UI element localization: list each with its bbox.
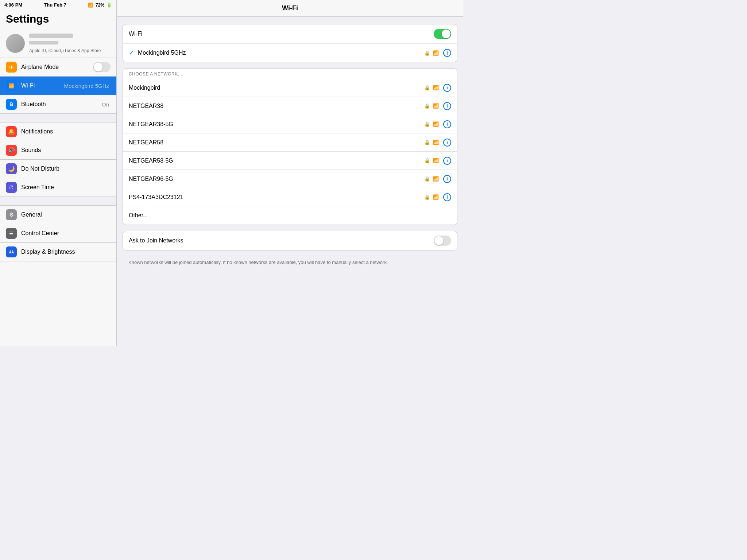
- settings-title: Settings: [0, 10, 116, 29]
- ask-to-join-label: Ask to Join Networks: [129, 237, 434, 244]
- wifi-main-toggle[interactable]: [434, 29, 451, 39]
- network-row-netgear38[interactable]: NETGEAR38 🔒 📶 i: [123, 97, 457, 115]
- sidebar-item-bluetooth[interactable]: B Bluetooth On: [0, 95, 116, 114]
- sidebar-group-1: ✈ Airplane Mode 📶 Wi-Fi Mockingbird 5GHz…: [0, 58, 116, 114]
- wifi-status-icon: 📶: [88, 3, 93, 8]
- connected-network-label: Mockingbird 5GHz: [138, 50, 423, 56]
- airplane-mode-toggle[interactable]: [93, 62, 111, 72]
- netgear96-5g-icons: 🔒 📶 i: [423, 175, 451, 183]
- sidebar: 4:06 PM Thu Feb 7 📶 72% 🔋 Settings Apple…: [0, 0, 117, 346]
- sidebar-item-airplane-mode[interactable]: ✈ Airplane Mode: [0, 58, 116, 77]
- lock-icon-connected: 🔒: [424, 50, 430, 56]
- avatar: [6, 34, 25, 53]
- network-name-netgear38: NETGEAR38: [129, 103, 423, 109]
- info-button-3[interactable]: i: [443, 139, 451, 147]
- sidebar-group-2: 🔔 Notifications 🔊 Sounds 🌙 Do Not Distur…: [0, 122, 116, 197]
- wifi-toggle-label: Wi-Fi: [129, 31, 434, 37]
- display-label: Display & Brightness: [21, 249, 111, 255]
- bluetooth-icon: B: [6, 99, 17, 110]
- wifi-signal-5: 📶: [433, 176, 439, 182]
- sounds-label: Sounds: [21, 147, 111, 153]
- info-button-2[interactable]: i: [443, 120, 451, 128]
- connected-network-icons: 🔒 📶 i: [423, 49, 451, 57]
- display-icon: AA: [6, 246, 17, 257]
- network-row-netgear58-5g[interactable]: NETGEAR58-5G 🔒 📶 i: [123, 152, 457, 170]
- info-button-6[interactable]: i: [443, 193, 451, 201]
- notifications-label: Notifications: [21, 128, 111, 135]
- dnd-label: Do Not Disturb: [21, 166, 111, 172]
- network-row-other[interactable]: Other...: [123, 206, 457, 225]
- wifi-signal-1: 📶: [433, 103, 439, 109]
- battery-icon: 🔋: [107, 3, 112, 8]
- wifi-toggle-card: Wi-Fi ✓ Mockingbird 5GHz 🔒 📶 i: [123, 24, 457, 62]
- panel-header: Wi-Fi: [117, 0, 463, 17]
- profile-text: Apple ID, iCloud, iTunes & App Store: [29, 34, 101, 53]
- wifi-value: Mockingbird 5GHz: [64, 83, 109, 89]
- control-center-icon: ☰: [6, 228, 17, 239]
- lock-icon-5: 🔒: [424, 176, 430, 182]
- network-name-mockingbird: Mockingbird: [129, 85, 423, 91]
- profile-subtitle: Apple ID, iCloud, iTunes & App Store: [29, 48, 101, 53]
- info-button-4[interactable]: i: [443, 157, 451, 165]
- avatar-inner: [6, 34, 25, 53]
- sidebar-item-notifications[interactable]: 🔔 Notifications: [0, 122, 116, 141]
- footer-note: Known networks will be joined automatica…: [123, 256, 457, 272]
- wifi-icon-sidebar: 📶: [6, 80, 17, 91]
- wifi-toggle-row[interactable]: Wi-Fi: [123, 24, 457, 44]
- panel-content: Wi-Fi ✓ Mockingbird 5GHz 🔒 📶 i CHOOSE A …: [117, 17, 463, 279]
- network-row-netgear58[interactable]: NETGEAR58 🔒 📶 i: [123, 133, 457, 152]
- info-button-1[interactable]: i: [443, 102, 451, 110]
- battery-percent: 72%: [96, 3, 104, 8]
- airplane-mode-knob: [94, 63, 102, 71]
- network-name-other: Other...: [129, 212, 451, 219]
- info-button-5[interactable]: i: [443, 175, 451, 183]
- mockingbird-icons: 🔒 📶 i: [423, 84, 451, 92]
- network-name-netgear58-5g: NETGEAR58-5G: [129, 158, 423, 164]
- wifi-signal-0: 📶: [433, 85, 439, 90]
- network-name-netgear38-5g: NETGEAR38-5G: [129, 121, 423, 128]
- sidebar-item-wifi[interactable]: 📶 Wi-Fi Mockingbird 5GHz: [0, 77, 116, 95]
- lock-icon-3: 🔒: [424, 140, 430, 145]
- sidebar-item-general[interactable]: ⚙ General: [0, 206, 116, 224]
- network-row-ps4[interactable]: PS4-173A3DC23121 🔒 📶 i: [123, 188, 457, 206]
- general-icon: ⚙: [6, 209, 17, 220]
- network-name-netgear58: NETGEAR58: [129, 139, 423, 146]
- netgear58-icons: 🔒 📶 i: [423, 139, 451, 147]
- network-row-mockingbird[interactable]: Mockingbird 🔒 📶 i: [123, 79, 457, 97]
- wifi-signal-2: 📶: [433, 121, 439, 127]
- bluetooth-value: On: [102, 101, 109, 108]
- lock-icon-1: 🔒: [424, 103, 430, 109]
- profile-row[interactable]: Apple ID, iCloud, iTunes & App Store: [0, 29, 116, 58]
- sidebar-item-screen-time[interactable]: ⏱ Screen Time: [0, 178, 116, 197]
- ask-to-join-knob: [434, 236, 443, 245]
- panel-title: Wi-Fi: [282, 4, 298, 12]
- status-right: 📶 72% 🔋: [88, 3, 112, 8]
- connected-network-row[interactable]: ✓ Mockingbird 5GHz 🔒 📶 i: [123, 44, 457, 62]
- lock-icon-6: 🔒: [424, 194, 430, 200]
- dnd-icon: 🌙: [6, 163, 17, 174]
- sidebar-item-control-center[interactable]: ☰ Control Center: [0, 224, 116, 243]
- screen-time-icon: ⏱: [6, 182, 17, 193]
- info-button-0[interactable]: i: [443, 84, 451, 92]
- wifi-signal-3: 📶: [433, 140, 439, 145]
- ask-to-join-row[interactable]: Ask to Join Networks: [123, 231, 457, 250]
- ask-to-join-toggle[interactable]: [434, 236, 451, 246]
- wifi-signal-6: 📶: [433, 194, 439, 200]
- network-row-netgear38-5g[interactable]: NETGEAR38-5G 🔒 📶 i: [123, 115, 457, 133]
- wifi-signal-connected: 📶: [433, 50, 439, 56]
- ps4-icons: 🔒 📶 i: [423, 193, 451, 201]
- network-row-netgear96-5g[interactable]: NETGEAR96-5G 🔒 📶 i: [123, 170, 457, 188]
- sidebar-item-sounds[interactable]: 🔊 Sounds: [0, 141, 116, 160]
- sidebar-item-dnd[interactable]: 🌙 Do Not Disturb: [0, 160, 116, 178]
- checkmark-icon: ✓: [129, 49, 134, 57]
- info-button-connected[interactable]: i: [443, 49, 451, 57]
- network-name-netgear96-5g: NETGEAR96-5G: [129, 176, 423, 182]
- choose-network-header: CHOOSE A NETWORK...: [123, 69, 457, 79]
- control-center-label: Control Center: [21, 230, 111, 237]
- netgear38-5g-icons: 🔒 📶 i: [423, 120, 451, 128]
- wifi-main-knob: [442, 30, 450, 38]
- sounds-icon: 🔊: [6, 145, 17, 156]
- sidebar-item-display[interactable]: AA Display & Brightness: [0, 243, 116, 261]
- wifi-signal-4: 📶: [433, 158, 439, 163]
- sidebar-group-3: ⚙ General ☰ Control Center AA Display & …: [0, 206, 116, 261]
